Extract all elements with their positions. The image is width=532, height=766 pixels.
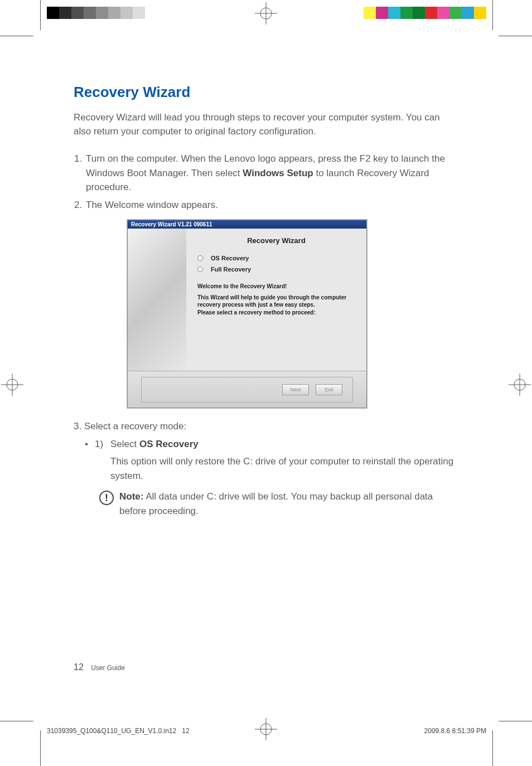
ordered-steps: Turn on the computer. When the Lenovo lo… bbox=[74, 152, 458, 212]
bullet-icon: • bbox=[85, 437, 95, 452]
sub-step-title: Select OS Recovery bbox=[110, 437, 458, 452]
radio-icon bbox=[197, 255, 203, 261]
slug-filename: 31039395_Q100&Q110_UG_EN_V1.0.in12 bbox=[47, 727, 176, 735]
intro-paragraph: Recovery Wizard will lead you through st… bbox=[74, 111, 458, 138]
next-button-label: Next bbox=[291, 387, 301, 392]
exit-button[interactable]: Exit bbox=[316, 384, 342, 395]
radio-label: OS Recovery bbox=[211, 255, 249, 261]
step-1: Turn on the computer. When the Lenovo lo… bbox=[85, 152, 458, 195]
print-slug-left: 31039395_Q100&Q110_UG_EN_V1.0.in12 12 bbox=[47, 727, 190, 735]
color-swatch bbox=[47, 7, 59, 19]
page-number: 12 bbox=[74, 662, 84, 672]
radio-label: Full Recovery bbox=[211, 266, 251, 273]
color-swatch bbox=[400, 7, 413, 19]
registration-mark-icon bbox=[1, 374, 23, 396]
color-swatch bbox=[145, 7, 157, 19]
wizard-desc-2: This Wizard will help to guide you throu… bbox=[197, 294, 355, 309]
printer-color-bar-right bbox=[364, 7, 486, 19]
color-swatch bbox=[59, 7, 71, 19]
step-3: 3. Select a recovery mode: • 1) Select O… bbox=[74, 419, 458, 518]
window-titlebar: Recovery Wizard V1.21 090611 bbox=[128, 220, 366, 229]
step-1-bold: Windows Setup bbox=[243, 168, 313, 178]
color-swatch bbox=[388, 7, 400, 19]
next-button[interactable]: Next bbox=[282, 384, 309, 395]
registration-mark-icon bbox=[255, 718, 277, 740]
note-body: All data under C: drive will be lost. Yo… bbox=[119, 491, 433, 516]
crop-mark bbox=[492, 0, 493, 30]
color-swatch bbox=[449, 7, 462, 19]
crop-mark bbox=[0, 36, 33, 36]
radio-full-recovery[interactable]: Full Recovery bbox=[197, 266, 355, 273]
crop-mark bbox=[492, 730, 493, 766]
sub-step-prefix: Select bbox=[110, 439, 139, 449]
color-swatch bbox=[425, 7, 437, 19]
book-title: User Guide bbox=[91, 664, 125, 672]
wizard-desc-1: Welcome to the Recovery Wizard! bbox=[197, 283, 355, 290]
print-slug-right: 2009.8.6 8:51:39 PM bbox=[424, 727, 486, 735]
color-swatch bbox=[133, 7, 145, 19]
section-heading: Recovery Wizard bbox=[74, 84, 458, 101]
note-label: Note: bbox=[119, 491, 143, 502]
wizard-side-graphic bbox=[128, 229, 186, 371]
crop-mark bbox=[499, 36, 532, 36]
printer-color-bar-left bbox=[47, 7, 157, 19]
color-swatch bbox=[413, 7, 425, 19]
radio-icon bbox=[197, 266, 203, 272]
color-swatch bbox=[84, 7, 96, 19]
color-swatch bbox=[437, 7, 449, 19]
page-content: Recovery Wizard Recovery Wizard will lea… bbox=[74, 84, 458, 518]
color-swatch bbox=[474, 7, 486, 19]
color-swatch bbox=[376, 7, 388, 19]
crop-mark bbox=[40, 730, 41, 766]
wizard-title: Recovery Wizard bbox=[197, 236, 355, 245]
attention-icon: ! bbox=[99, 491, 114, 505]
step-3-lead: 3. Select a recovery mode: bbox=[74, 419, 458, 434]
step-2: The Welcome window appears. bbox=[85, 198, 458, 212]
crop-mark bbox=[0, 721, 33, 721]
radio-os-recovery[interactable]: OS Recovery bbox=[197, 255, 355, 261]
sub-step-number: 1) bbox=[95, 437, 110, 452]
color-swatch bbox=[108, 7, 120, 19]
registration-mark-icon bbox=[255, 2, 277, 25]
slug-page: 12 bbox=[182, 727, 189, 735]
embedded-screenshot: Recovery Wizard V1.21 090611 Recovery Wi… bbox=[127, 220, 458, 408]
color-swatch bbox=[462, 7, 474, 19]
exit-button-label: Exit bbox=[325, 387, 333, 392]
wizard-desc-3: Please select a recovery method to proce… bbox=[197, 309, 355, 317]
note-block: ! Note: All data under C: drive will be … bbox=[99, 489, 458, 518]
color-swatch bbox=[71, 7, 84, 19]
sub-step-bold: OS Recovery bbox=[139, 439, 199, 449]
color-swatch bbox=[120, 7, 133, 19]
crop-mark bbox=[40, 0, 41, 30]
page-footer: 12 User Guide bbox=[74, 662, 125, 672]
sub-step-description: This option will only restore the C: dri… bbox=[110, 454, 458, 483]
color-swatch bbox=[96, 7, 108, 19]
crop-mark bbox=[499, 721, 532, 721]
registration-mark-icon bbox=[509, 374, 531, 396]
color-swatch bbox=[364, 7, 376, 19]
